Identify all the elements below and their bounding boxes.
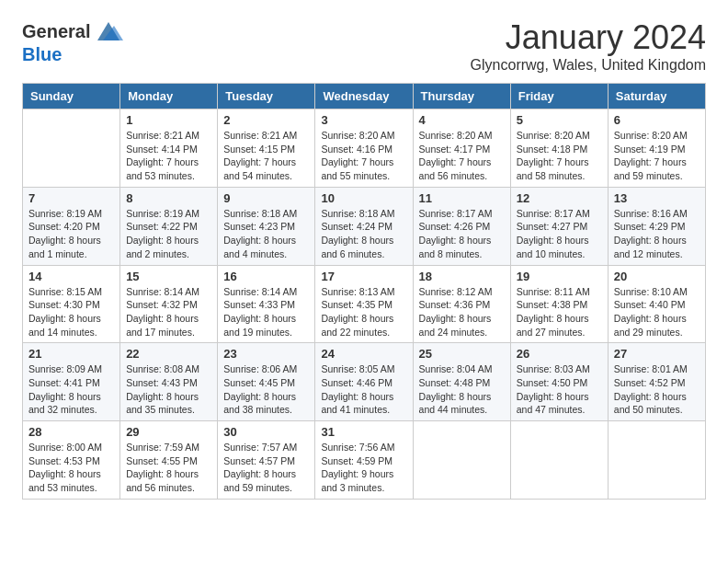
day-info-line: Sunset: 4:41 PM xyxy=(28,376,114,390)
day-number: 25 xyxy=(419,347,505,361)
day-info-line: and 19 minutes. xyxy=(223,326,309,339)
day-info-line: Daylight: 8 hours xyxy=(223,312,309,326)
day-info-line: Sunset: 4:15 PM xyxy=(223,143,309,156)
day-info-line: and 41 minutes. xyxy=(321,403,406,417)
day-info-line: Daylight: 8 hours xyxy=(126,312,211,326)
day-info-line: Sunset: 4:33 PM xyxy=(223,298,309,312)
col-header-tuesday: Tuesday xyxy=(218,84,315,109)
day-info-line: Daylight: 7 hours xyxy=(223,155,309,169)
calendar-cell: 26Sunrise: 8:03 AMSunset: 4:50 PMDayligh… xyxy=(510,343,608,421)
calendar-cell: 31Sunrise: 7:56 AMSunset: 4:59 PMDayligh… xyxy=(315,421,413,500)
day-info-line: and 24 minutes. xyxy=(419,326,505,339)
logo-icon xyxy=(94,18,123,44)
calendar-cell: 21Sunrise: 8:09 AMSunset: 4:41 PMDayligh… xyxy=(23,343,120,421)
col-header-wednesday: Wednesday xyxy=(315,84,413,109)
day-info-line: Daylight: 8 hours xyxy=(614,312,700,326)
day-info-line: Sunset: 4:35 PM xyxy=(321,298,406,312)
day-info-line: and 35 minutes. xyxy=(126,403,211,417)
day-info-line: Daylight: 9 hours xyxy=(321,467,406,481)
day-info-line: and 10 minutes. xyxy=(517,247,602,261)
day-number: 7 xyxy=(28,191,114,205)
day-info-line: and 4 minutes. xyxy=(223,247,309,261)
day-info-line: Sunrise: 8:20 AM xyxy=(419,129,505,143)
day-info-line: Sunrise: 8:20 AM xyxy=(614,129,700,143)
calendar-cell: 2Sunrise: 8:21 AMSunset: 4:15 PMDaylight… xyxy=(218,109,315,188)
day-info-line: Daylight: 7 hours xyxy=(517,155,602,169)
day-info-line: Sunset: 4:32 PM xyxy=(126,298,211,312)
calendar-cell: 5Sunrise: 8:20 AMSunset: 4:18 PMDaylight… xyxy=(510,109,608,188)
day-info-line: Sunset: 4:59 PM xyxy=(321,454,406,468)
calendar-cell: 16Sunrise: 8:14 AMSunset: 4:33 PMDayligh… xyxy=(218,265,315,343)
day-info-line: and 14 minutes. xyxy=(28,326,114,339)
logo-blue-text: Blue xyxy=(22,44,62,65)
calendar-cell: 3Sunrise: 8:20 AMSunset: 4:16 PMDaylight… xyxy=(315,109,413,188)
day-info-line: Sunrise: 8:18 AM xyxy=(223,207,309,221)
day-info-line: and 47 minutes. xyxy=(517,403,602,417)
calendar-table: SundayMondayTuesdayWednesdayThursdayFrid… xyxy=(22,83,706,500)
day-number: 17 xyxy=(321,270,406,283)
calendar-cell: 22Sunrise: 8:08 AMSunset: 4:43 PMDayligh… xyxy=(120,343,218,421)
day-info-line: Sunset: 4:57 PM xyxy=(223,454,309,468)
calendar-cell: 4Sunrise: 8:20 AMSunset: 4:17 PMDaylight… xyxy=(413,109,510,188)
day-info-line: Sunrise: 8:15 AM xyxy=(28,285,114,299)
day-info-line: Sunset: 4:23 PM xyxy=(223,220,309,234)
day-info-line: Daylight: 8 hours xyxy=(419,390,505,404)
calendar-cell: 29Sunrise: 7:59 AMSunset: 4:55 PMDayligh… xyxy=(120,421,218,500)
day-info-line: Sunset: 4:45 PM xyxy=(223,376,309,390)
calendar-week-5: 28Sunrise: 8:00 AMSunset: 4:53 PMDayligh… xyxy=(23,421,706,500)
day-info-line: Sunrise: 8:04 AM xyxy=(419,362,505,376)
day-info-line: Daylight: 8 hours xyxy=(321,312,406,326)
day-info-line: Sunrise: 8:09 AM xyxy=(28,362,114,376)
day-info-line: and 2 minutes. xyxy=(126,247,211,261)
calendar-cell: 17Sunrise: 8:13 AMSunset: 4:35 PMDayligh… xyxy=(315,265,413,343)
calendar-cell: 10Sunrise: 8:18 AMSunset: 4:24 PMDayligh… xyxy=(315,187,413,265)
calendar-cell: 18Sunrise: 8:12 AMSunset: 4:36 PMDayligh… xyxy=(413,265,510,343)
day-info-line: Daylight: 8 hours xyxy=(126,390,211,404)
day-info-line: and 32 minutes. xyxy=(28,403,114,417)
col-header-friday: Friday xyxy=(510,84,608,109)
day-info-line: Daylight: 8 hours xyxy=(28,312,114,326)
day-number: 23 xyxy=(223,347,309,361)
day-info-line: and 53 minutes. xyxy=(28,481,114,495)
day-info-line: Daylight: 8 hours xyxy=(517,234,602,247)
day-number: 14 xyxy=(28,270,114,283)
day-info-line: Sunset: 4:46 PM xyxy=(321,376,406,390)
col-header-monday: Monday xyxy=(120,84,218,109)
day-number: 26 xyxy=(517,347,602,361)
day-info-line: Daylight: 8 hours xyxy=(223,390,309,404)
day-info-line: Sunrise: 8:21 AM xyxy=(126,129,211,143)
day-info-line: and 56 minutes. xyxy=(126,481,211,495)
day-info-line: and 54 minutes. xyxy=(223,169,309,183)
calendar-week-4: 21Sunrise: 8:09 AMSunset: 4:41 PMDayligh… xyxy=(23,343,706,421)
day-info-line: Daylight: 8 hours xyxy=(223,467,309,481)
day-info-line: Sunrise: 8:18 AM xyxy=(321,207,406,221)
day-info-line: and 17 minutes. xyxy=(126,326,211,339)
logo: General Blue xyxy=(22,18,123,65)
calendar-cell: 12Sunrise: 8:17 AMSunset: 4:27 PMDayligh… xyxy=(510,187,608,265)
day-info-line: Daylight: 8 hours xyxy=(419,312,505,326)
day-info-line: Sunrise: 7:59 AM xyxy=(126,441,211,454)
calendar-cell: 20Sunrise: 8:10 AMSunset: 4:40 PMDayligh… xyxy=(608,265,705,343)
day-info-line: Daylight: 8 hours xyxy=(419,234,505,247)
day-info-line: and 27 minutes. xyxy=(517,326,602,339)
day-info-line: Sunrise: 8:01 AM xyxy=(614,362,700,376)
day-number: 4 xyxy=(419,113,505,127)
calendar-week-2: 7Sunrise: 8:19 AMSunset: 4:20 PMDaylight… xyxy=(23,187,706,265)
day-number: 21 xyxy=(28,347,114,361)
day-info-line: and 59 minutes. xyxy=(614,169,700,183)
day-info-line: and 59 minutes. xyxy=(223,481,309,495)
day-info-line: Sunrise: 7:56 AM xyxy=(321,441,406,454)
day-number: 11 xyxy=(419,191,505,205)
day-number: 2 xyxy=(223,113,309,127)
day-number: 1 xyxy=(126,113,211,127)
day-info-line: Sunset: 4:29 PM xyxy=(614,220,700,234)
location: Glyncorrwg, Wales, United Kingdom xyxy=(471,57,706,74)
day-number: 31 xyxy=(321,425,406,439)
day-info-line: Daylight: 8 hours xyxy=(28,234,114,247)
day-number: 6 xyxy=(614,113,700,127)
day-info-line: Sunset: 4:48 PM xyxy=(419,376,505,390)
day-info-line: Sunrise: 7:57 AM xyxy=(223,441,309,454)
day-info-line: Daylight: 8 hours xyxy=(126,467,211,481)
day-number: 15 xyxy=(126,270,211,283)
day-number: 10 xyxy=(321,191,406,205)
